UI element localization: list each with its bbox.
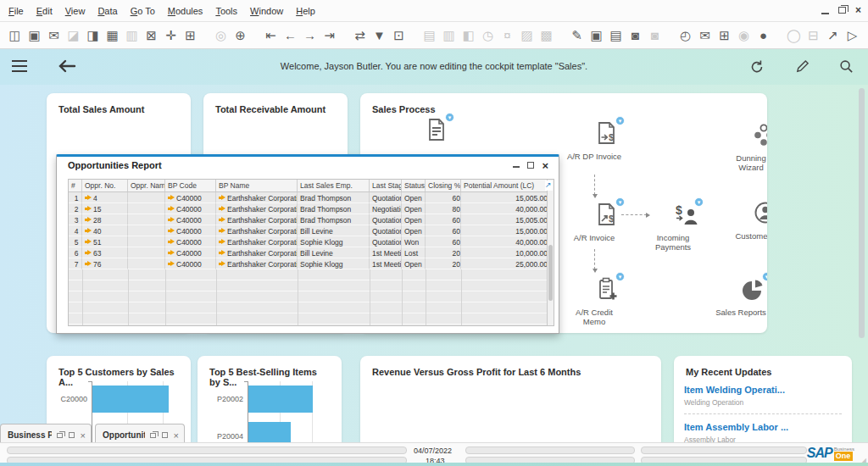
process-step-ar-credit-memo[interactable]: ▾ A/R Credit Memo: [581, 276, 632, 326]
process-step-sales-reports[interactable]: ▾ Sales Reports: [728, 276, 767, 317]
enlarge-icon[interactable]: ⊡: [389, 26, 409, 45]
chat-disabled-icon[interactable]: ◙: [645, 26, 665, 45]
close-window-icon[interactable]: ×: [174, 432, 179, 439]
recent-update-link[interactable]: Item Assembly Labor ...: [684, 422, 842, 432]
close-window-icon[interactable]: ×: [855, 6, 861, 14]
scrollbar-thumb[interactable]: [548, 245, 553, 300]
next-record-icon[interactable]: →: [300, 26, 320, 45]
popup-maximize-icon[interactable]: [527, 162, 534, 169]
link-arrow-icon[interactable]: [168, 250, 175, 256]
widget-revenue-vs-profit[interactable]: Revenue Versus Gross Profit for Last 6 M…: [360, 356, 661, 451]
link-arrow-icon[interactable]: [85, 195, 92, 201]
link-arrow-icon[interactable]: [219, 250, 225, 256]
first-record-icon[interactable]: ⇤: [261, 26, 281, 45]
pan-icon[interactable]: ✛: [161, 26, 181, 45]
menu-item[interactable]: View: [65, 6, 86, 16]
maximize-window-icon[interactable]: [69, 432, 75, 438]
link-arrow-icon[interactable]: [85, 250, 92, 256]
share-icon[interactable]: ↗: [823, 26, 843, 45]
form-mode-icon[interactable]: ▥: [439, 26, 459, 45]
form-settings-icon[interactable]: ▤: [606, 26, 626, 45]
process-step-dunning-wizard[interactable]: Dunning Wizard: [738, 122, 767, 172]
excel-export-icon[interactable]: ▦: [103, 26, 122, 45]
preview-icon[interactable]: ◫: [5, 26, 25, 45]
widget-top-items[interactable]: Top 5 Best-Selling Items by S... P20002 …: [198, 356, 342, 451]
table-row[interactable]: 3 28 C40000 Earthshaker Corporation Brad…: [69, 214, 554, 225]
document-refresh-icon[interactable]: ◯: [784, 26, 804, 45]
link-arrow-icon[interactable]: [219, 206, 225, 212]
grid-icon[interactable]: ▨: [517, 26, 537, 45]
add-record-icon[interactable]: ⊕: [231, 26, 250, 45]
table-scrollbar[interactable]: [547, 180, 554, 325]
layout-grid-icon[interactable]: ⊟: [804, 26, 823, 45]
column-header[interactable]: Closing %: [426, 180, 461, 191]
freeze-table-icon[interactable]: ⊞: [181, 26, 200, 45]
transaction-journal-icon[interactable]: ◷: [478, 26, 498, 45]
table-row[interactable]: 6 63 C40000 Earthshaker Corporation Bill…: [69, 247, 554, 258]
recent-update-item[interactable]: Item Welding Operati... Welding Operatio…: [684, 377, 842, 414]
doc-play-icon[interactable]: ▷: [843, 26, 862, 45]
menu-item[interactable]: Modules: [168, 6, 203, 16]
users-icon[interactable]: ◉: [734, 26, 754, 45]
link-arrow-icon[interactable]: [168, 195, 175, 201]
table-row[interactable]: 7 76 C40000 Earthshaker Corporation Soph…: [69, 258, 554, 269]
process-step-ar-invoice[interactable]: $ ▾ A/R Invoice: [581, 202, 632, 242]
pdf-export-icon[interactable]: ⊠: [142, 26, 161, 45]
document-clock-icon[interactable]: ◴: [676, 26, 695, 45]
edit-pencil-icon[interactable]: [795, 59, 810, 74]
column-header[interactable]: BP Name: [216, 180, 298, 191]
user-icon[interactable]: ●: [754, 26, 773, 45]
document-settings-icon[interactable]: ▣: [587, 26, 606, 45]
main-vertical-scrollbar[interactable]: [859, 88, 865, 338]
column-header[interactable]: Potential Amount (LC): [461, 180, 548, 191]
restore-window-icon[interactable]: [838, 7, 846, 14]
calendar-icon[interactable]: ⊞: [715, 26, 734, 45]
table-row[interactable]: 2 15 C40000 Earthshaker Corporation Brad…: [69, 203, 554, 214]
export-icon[interactable]: ◨: [83, 26, 103, 45]
link-arrow-icon[interactable]: [168, 217, 175, 223]
column-header[interactable]: Oppr. Name: [128, 180, 165, 191]
refresh-record-icon[interactable]: ⇄: [350, 26, 370, 45]
link-arrow-icon[interactable]: [219, 261, 225, 267]
column-header[interactable]: Last Sales Emp.: [298, 180, 370, 191]
previous-record-icon[interactable]: ←: [281, 26, 300, 45]
email-icon[interactable]: ✉: [44, 26, 64, 45]
last-record-icon[interactable]: ⇥: [320, 26, 339, 45]
process-step-customer[interactable]: Customer: [740, 200, 767, 241]
layout-icon[interactable]: ▤: [420, 26, 439, 45]
link-arrow-icon[interactable]: [168, 261, 175, 267]
link-arrow-icon[interactable]: [168, 228, 175, 234]
menu-item[interactable]: Data: [97, 6, 117, 16]
lock-icon[interactable]: ◧: [459, 26, 478, 45]
filter-icon[interactable]: ▼: [370, 26, 389, 45]
expand-report-icon[interactable]: ↗: [545, 180, 553, 191]
maximize-window-icon[interactable]: [162, 432, 168, 438]
copy-special-icon[interactable]: ◪: [64, 26, 83, 45]
word-export-icon[interactable]: ▥: [122, 26, 142, 45]
find-icon[interactable]: ◎: [211, 26, 231, 45]
link-arrow-icon[interactable]: [219, 239, 225, 245]
alignment-icon[interactable]: ▩: [537, 26, 556, 45]
restore-window-icon[interactable]: [57, 433, 63, 438]
process-step-incoming-payments[interactable]: $ ▾ Incoming Payments: [660, 202, 711, 252]
link-arrow-icon[interactable]: [85, 206, 92, 212]
restore-window-icon[interactable]: [150, 433, 156, 438]
process-step-ar-dp-invoice[interactable]: $ ▾ A/R DP Invoice: [581, 120, 632, 161]
column-header[interactable]: #: [69, 180, 82, 191]
column-header[interactable]: Oppr. No.: [82, 180, 128, 191]
link-arrow-icon[interactable]: [85, 217, 92, 223]
menu-item[interactable]: Help: [296, 6, 315, 16]
table-row[interactable]: 1 4 C40000 Earthshaker Corporation Brad …: [69, 192, 554, 203]
link-arrow-icon[interactable]: [168, 239, 175, 245]
print-icon[interactable]: ▣: [25, 26, 44, 45]
process-step-sales-quotation[interactable]: ▾: [424, 117, 449, 146]
popup-close-icon[interactable]: ×: [542, 162, 548, 169]
link-arrow-icon[interactable]: [85, 239, 92, 245]
menu-item[interactable]: Window: [250, 6, 283, 16]
menu-item[interactable]: Edit: [36, 6, 53, 16]
minimize-window-icon[interactable]: [821, 13, 829, 14]
table-row[interactable]: 4 40 C40000 Earthshaker Corporation Bill…: [69, 225, 554, 236]
refresh-icon[interactable]: [749, 59, 765, 75]
column-header[interactable]: Last Stage: [370, 180, 402, 191]
link-arrow-icon[interactable]: [219, 195, 225, 201]
